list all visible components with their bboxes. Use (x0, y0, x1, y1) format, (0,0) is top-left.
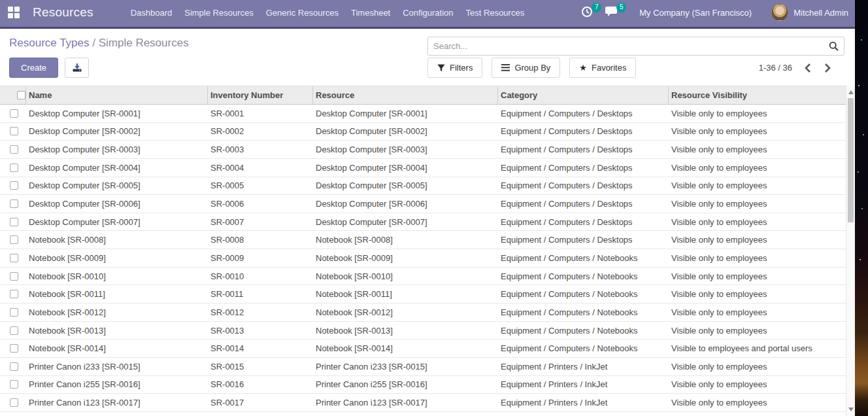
cell-resource: Notebook [SR-0014] (313, 339, 498, 357)
search-input[interactable] (428, 41, 829, 51)
column-header-inventory-number[interactable]: Inventory Number (208, 86, 313, 104)
table-row[interactable]: Notebook [SR-0014] SR-0014 Notebook [SR-… (0, 339, 846, 358)
table-row[interactable]: Printer Canon i123 [SR-0017] SR-0017 Pri… (0, 394, 846, 412)
favorites-button[interactable]: ★ Favorites (569, 58, 636, 78)
group-by-bars-icon (501, 64, 510, 71)
table-row[interactable]: Notebook [SR-0008] SR-0008 Notebook [SR-… (0, 231, 846, 249)
favorites-label: Favorites (592, 63, 626, 73)
row-checkbox[interactable] (10, 254, 18, 262)
cell-inventory-number: SR-0010 (208, 268, 313, 285)
row-checkbox[interactable] (10, 164, 18, 172)
cell-inventory-number: SR-0017 (208, 394, 313, 411)
row-checkbox-cell (0, 268, 26, 285)
row-checkbox[interactable] (10, 181, 18, 190)
cell-inventory-number: SR-0006 (208, 195, 313, 213)
cell-resource-visibility: Visible only to employees (669, 177, 846, 195)
row-checkbox[interactable] (10, 272, 18, 281)
row-checkbox[interactable] (10, 235, 18, 244)
activity-menu-button[interactable]: 7 (580, 5, 596, 20)
select-all-checkbox[interactable] (17, 91, 25, 99)
top-navbar: Resources Dashboard Simple Resources Gen… (0, 0, 855, 29)
row-checkbox[interactable] (10, 145, 18, 154)
pager-previous-button[interactable] (804, 63, 811, 73)
cell-name: Notebook [SR-0012] (26, 303, 208, 321)
cell-name: Desktop Computer [SR-0004] (26, 159, 208, 177)
messages-menu-button[interactable]: 5 (605, 5, 621, 20)
row-checkbox[interactable] (10, 398, 18, 407)
filters-button[interactable]: Filters (427, 58, 482, 78)
cell-name: Printer Canon i233 [SR-0015] (26, 358, 208, 375)
company-switcher[interactable]: My Company (San Francisco) (639, 8, 752, 18)
cell-category: Equipment / Computers / Desktops (498, 231, 669, 249)
pager: 1-36 / 36 (759, 58, 831, 78)
table-row[interactable]: Desktop Computer [SR-0005] SR-0005 Deskt… (0, 177, 846, 196)
table-row[interactable]: Notebook [SR-0010] SR-0010 Notebook [SR-… (0, 268, 846, 286)
star-dot (860, 259, 861, 260)
search-icon[interactable] (829, 41, 839, 51)
table-row[interactable]: Desktop Computer [SR-0002] SR-0002 Deskt… (0, 123, 846, 141)
table-row[interactable]: Notebook [SR-0013] SR-0013 Notebook [SR-… (0, 322, 846, 340)
nav-item-timesheet[interactable]: Timesheet (351, 8, 390, 18)
table-row[interactable]: Notebook [SR-0011] SR-0011 Notebook [SR-… (0, 285, 846, 303)
cell-resource-visibility: Visible only to employees (669, 376, 846, 394)
row-checkbox-cell (0, 231, 26, 249)
create-button[interactable]: Create (9, 58, 58, 78)
cell-name: Notebook [SR-0008] (26, 231, 208, 249)
row-checkbox[interactable] (10, 326, 18, 335)
column-header-name[interactable]: Name (26, 86, 208, 104)
row-checkbox[interactable] (10, 308, 18, 317)
nav-item-dashboard[interactable]: Dashboard (131, 8, 173, 18)
pager-next-button[interactable] (824, 63, 831, 73)
table-row[interactable]: Notebook [SR-0012] SR-0012 Notebook [SR-… (0, 303, 846, 322)
table-row[interactable]: Desktop Computer [SR-0001] SR-0001 Deskt… (0, 105, 846, 123)
column-header-resource[interactable]: Resource (313, 86, 498, 104)
row-checkbox[interactable] (10, 344, 18, 353)
user-menu[interactable]: Mitchell Admin (771, 4, 848, 21)
row-checkbox[interactable] (10, 290, 18, 298)
cell-inventory-number: SR-0007 (208, 213, 313, 231)
cell-resource-visibility: Visible only to employees (669, 231, 846, 249)
breadcrumb-current: Simple Resources (99, 37, 189, 49)
group-by-button[interactable]: Group By (492, 58, 560, 78)
row-checkbox[interactable] (10, 218, 18, 226)
export-button[interactable] (65, 58, 89, 78)
row-checkbox-cell (0, 285, 26, 303)
column-header-category[interactable]: Category (498, 86, 669, 104)
table-row[interactable]: Notebook [SR-0009] SR-0009 Notebook [SR-… (0, 249, 846, 268)
apps-menu-icon[interactable] (8, 7, 20, 18)
cell-resource: Notebook [SR-0009] (313, 249, 498, 267)
nav-item-simple-resources[interactable]: Simple Resources (184, 8, 254, 18)
breadcrumb-parent-link[interactable]: Resource Types (9, 37, 90, 49)
table-row[interactable]: Desktop Computer [SR-0006] SR-0006 Deskt… (0, 195, 846, 213)
scrollbar-up-arrow[interactable] (848, 90, 854, 94)
scrollbar-down-arrow[interactable] (848, 407, 854, 411)
row-checkbox-cell (0, 303, 26, 321)
cell-resource: Notebook [SR-0008] (313, 231, 498, 249)
search-box (427, 37, 844, 56)
row-checkbox[interactable] (10, 380, 18, 389)
row-checkbox[interactable] (10, 109, 18, 118)
column-header-resource-visibility[interactable]: Resource Visibility (669, 86, 846, 104)
row-checkbox[interactable] (10, 362, 18, 371)
cell-inventory-number: SR-0003 (208, 141, 313, 158)
scrollbar-thumb[interactable] (848, 98, 854, 222)
table-row[interactable]: Printer Canon i233 [SR-0015] SR-0015 Pri… (0, 358, 846, 376)
nav-item-test-resources[interactable]: Test Resources (466, 8, 525, 18)
table-row[interactable]: Desktop Computer [SR-0004] SR-0004 Deskt… (0, 159, 846, 177)
row-checkbox-cell (0, 322, 26, 339)
row-checkbox[interactable] (10, 199, 18, 208)
cell-category: Equipment / Computers / Desktops (498, 177, 669, 195)
app-brand[interactable]: Resources (33, 5, 93, 20)
vertical-scrollbar[interactable] (846, 86, 855, 416)
row-checkbox[interactable] (10, 127, 18, 135)
table-row[interactable]: Desktop Computer [SR-0007] SR-0007 Deskt… (0, 213, 846, 232)
nav-item-configuration[interactable]: Configuration (403, 8, 453, 18)
cell-resource: Desktop Computer [SR-0003] (313, 141, 498, 158)
nav-item-generic-resources[interactable]: Generic Resources (266, 8, 339, 18)
table-row[interactable]: Printer Canon i255 [SR-0016] SR-0016 Pri… (0, 376, 846, 394)
cell-name: Desktop Computer [SR-0001] (26, 105, 208, 122)
cell-category: Equipment / Computers / Desktops (498, 213, 669, 231)
cell-name: Notebook [SR-0014] (26, 339, 208, 357)
table-row[interactable]: Desktop Computer [SR-0003] SR-0003 Deskt… (0, 141, 846, 159)
cell-name: Desktop Computer [SR-0002] (26, 123, 208, 141)
